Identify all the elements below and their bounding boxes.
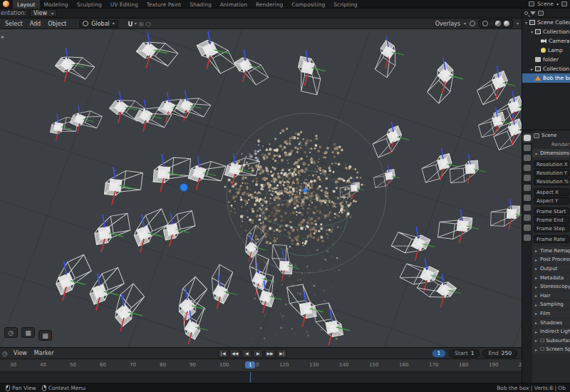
camera-object[interactable] (391, 225, 430, 260)
panel-shadows[interactable]: ▸Shadows (532, 319, 570, 327)
outliner-item-folder[interactable]: folder (522, 55, 570, 64)
new-collection-icon[interactable] (538, 11, 544, 16)
camera-object[interactable] (474, 71, 512, 105)
camera-object[interactable] (197, 34, 236, 78)
properties-tab-object-icon[interactable] (524, 185, 531, 191)
shading-dropdown-icon[interactable]: ▾ (517, 21, 519, 26)
jump-end-button[interactable]: ▶| (277, 349, 287, 358)
properties-tab-world-icon[interactable] (524, 175, 531, 181)
workspace-tab-modeling[interactable]: Modeling (40, 0, 73, 9)
panel-indirect-lighting[interactable]: ▸Indirect Lighting (532, 327, 570, 336)
scene-selector[interactable]: Scene (537, 1, 554, 7)
field-resolution-[interactable]: Resolution % (534, 177, 569, 185)
panel-output[interactable]: ▸Output (532, 264, 570, 273)
panel-hair[interactable]: ▸Hair (532, 292, 570, 300)
timeline-menu-view[interactable]: View (11, 350, 30, 356)
camera-object[interactable] (85, 267, 128, 304)
camera-object[interactable] (170, 277, 213, 319)
panel-time-remapping[interactable]: ▸Time Remapping (532, 247, 570, 255)
camera-object[interactable] (369, 40, 404, 77)
field-frame-end[interactable]: Frame End (534, 216, 569, 224)
frame-start-field[interactable]: Start 1 (449, 349, 480, 358)
xray-toggle-icon[interactable] (470, 21, 475, 26)
proportional-editing-icon[interactable]: ◎ (139, 21, 144, 27)
disclosure-triangle-icon[interactable]: ▸ (529, 66, 534, 71)
proportional-falloff-icon[interactable]: ○ (146, 21, 151, 27)
properties-tab-modifiers-icon[interactable] (524, 195, 531, 201)
workspace-tab-layout[interactable]: Layout (13, 0, 40, 9)
camera-object[interactable] (449, 160, 479, 183)
field-frame-rate[interactable]: Frame Rate (534, 235, 569, 243)
workspace-tab-animation[interactable]: Animation (216, 0, 252, 9)
camera-object[interactable] (234, 51, 269, 88)
properties-tab-scene-icon[interactable] (524, 165, 531, 171)
field-aspect-y[interactable]: Aspect Y (534, 197, 569, 205)
panel-stereoscopy[interactable]: ▸Stereoscopy (532, 282, 570, 291)
properties-tab-output-icon[interactable] (524, 145, 531, 151)
view-layer-icon[interactable] (561, 1, 567, 6)
play-reverse-button[interactable]: ◀ (242, 349, 252, 358)
camera-object[interactable] (204, 264, 240, 304)
properties-tab-view-layer-icon[interactable] (524, 155, 531, 161)
outliner-item-collection[interactable]: ▸Collection (522, 64, 570, 73)
play-button[interactable]: ▶ (253, 349, 263, 358)
next-keyframe-button[interactable]: ▶▶ (264, 349, 275, 358)
camera-object[interactable] (160, 211, 197, 240)
playhead-line[interactable] (250, 372, 251, 383)
camera-object[interactable] (313, 301, 343, 339)
field-resolution-y[interactable]: Resolution Y (534, 169, 569, 177)
prev-keyframe-button[interactable]: ◀◀ (229, 349, 240, 358)
outliner-item-scene-collection[interactable]: ▾Scene Collection (522, 18, 570, 27)
shading-solid-active[interactable] (491, 23, 492, 24)
selected-camera-dot[interactable] (180, 184, 188, 192)
shading-material-icon[interactable] (495, 21, 501, 26)
camera-object[interactable] (438, 215, 472, 241)
camera-object[interactable] (55, 48, 94, 86)
panel-metadata[interactable]: ▸Metadata (532, 274, 570, 282)
properties-tab-constraints-icon[interactable] (524, 225, 531, 231)
field-aspect-x[interactable]: Aspect X (534, 188, 569, 196)
workspace-tab-uv-editing[interactable]: UV Editing (106, 0, 142, 9)
camera-object[interactable] (153, 156, 190, 184)
filter-icon[interactable] (530, 11, 536, 15)
grid-view-icon[interactable]: ▦ (21, 327, 35, 338)
panel-screen-space-reflections[interactable]: ▸☐Screen Space Reflections (532, 346, 570, 354)
outliner-item-bob-the-box[interactable]: Bob the box (522, 73, 570, 83)
menu-select[interactable]: Select (2, 20, 26, 28)
workspace-tab-compositing[interactable]: Compositing (287, 0, 329, 9)
menu-object[interactable]: Object (45, 20, 69, 28)
panel-sampling[interactable]: ▸Sampling (532, 301, 570, 309)
orientation-dropdown[interactable]: View ▾ (30, 9, 57, 17)
playhead-frame-badge[interactable]: 1 (245, 361, 255, 368)
blender-logo-icon[interactable] (3, 1, 9, 7)
shading-wireframe-icon[interactable] (482, 21, 488, 26)
field-resolution-x[interactable]: Resolution X (534, 160, 569, 168)
camera-object[interactable] (50, 254, 95, 294)
viewport-canvas[interactable] (0, 29, 522, 347)
transform-orientation-dropdown[interactable]: Global ▾ (79, 20, 118, 28)
workspace-tab-scripting[interactable]: Scripting (329, 0, 361, 9)
timeline-ruler[interactable]: 1 30405060708090100110120130140150160170… (0, 359, 522, 371)
dimensions-panel-header[interactable]: ▾ Dimensions (532, 149, 570, 158)
camera-object[interactable] (477, 112, 507, 138)
camera-object[interactable] (420, 153, 455, 182)
workspace-tab-texture-paint[interactable]: Texture Paint (142, 0, 185, 9)
camera-object[interactable] (243, 253, 276, 289)
field-frame-start[interactable]: Frame Start (534, 207, 569, 215)
properties-tab-render-icon[interactable] (524, 135, 531, 141)
camera-object[interactable] (340, 182, 360, 197)
disclosure-triangle-icon[interactable]: ▾ (529, 29, 534, 34)
outliner-item-collection[interactable]: ▾Collection (522, 27, 570, 36)
panel-film[interactable]: ▸Film (532, 309, 570, 318)
camera-object[interactable] (421, 62, 462, 103)
properties-tab-physics-icon[interactable] (524, 215, 531, 221)
menu-add[interactable]: Add (27, 20, 44, 28)
panel-checkbox-icon[interactable]: ☐ (540, 338, 544, 344)
field-frame-step[interactable]: Frame Step (534, 225, 569, 232)
camera-object[interactable] (294, 56, 325, 95)
properties-tab-data-icon[interactable] (524, 234, 531, 241)
camera-object[interactable] (188, 156, 226, 188)
shading-rendered-icon[interactable] (504, 21, 509, 26)
workspace-tab-shading[interactable]: Shading (185, 0, 215, 9)
editor-type-clock-icon[interactable]: ◷ (4, 327, 18, 338)
